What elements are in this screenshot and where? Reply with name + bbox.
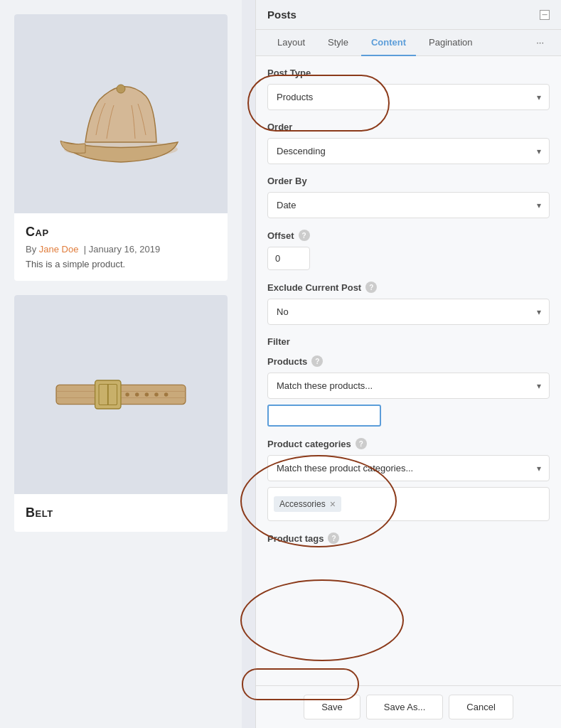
minimize-icon: ─: [542, 11, 547, 18]
order-label: Order: [267, 122, 550, 132]
tab-layout[interactable]: Layout: [267, 30, 315, 56]
offset-label: Offset ?: [267, 230, 550, 241]
product-tags-help-icon[interactable]: ?: [328, 532, 339, 544]
post-type-section: Post Type Products ▾: [267, 68, 550, 110]
svg-point-14: [164, 392, 168, 396]
accessories-tag-remove[interactable]: ×: [330, 499, 336, 509]
panel-tabs: Layout Style Content Pagination ···: [256, 30, 561, 56]
panel-title: Posts: [267, 9, 296, 21]
match-products-select-wrapper: Match these products... ▾: [267, 373, 550, 399]
svg-point-13: [154, 392, 158, 396]
accessories-tag: Accessories ×: [274, 496, 341, 512]
offset-input[interactable]: [267, 247, 310, 270]
filter-label: Filter: [267, 336, 550, 347]
svg-point-11: [135, 392, 139, 396]
order-by-label: Order By: [267, 176, 550, 186]
cap-author: Jane Doe: [39, 244, 79, 255]
belt-info: Belt: [14, 494, 228, 532]
match-products-select[interactable]: Match these products...: [267, 373, 550, 399]
offset-section: Offset ?: [267, 230, 550, 270]
save-button[interactable]: Save: [304, 695, 360, 719]
products-search-input[interactable]: [267, 405, 381, 427]
cap-image: [14, 14, 228, 213]
cap-description: This is a simple product.: [26, 259, 216, 269]
post-type-label: Post Type: [267, 68, 550, 78]
exclude-current-select[interactable]: No Yes: [267, 299, 550, 325]
filter-section: Filter Products ? Match these products..…: [267, 336, 550, 544]
tab-style[interactable]: Style: [318, 30, 358, 56]
minimize-button[interactable]: ─: [540, 10, 550, 20]
exclude-current-select-wrapper: No Yes ▾: [267, 299, 550, 325]
tab-content[interactable]: Content: [361, 30, 416, 56]
cap-title: Cap: [26, 225, 216, 240]
offset-help-icon[interactable]: ?: [299, 230, 310, 241]
match-categories-select-wrapper: Match these product categories... ▾: [267, 455, 550, 481]
order-section: Order Descending Ascending ▾: [267, 122, 550, 164]
svg-point-1: [117, 85, 125, 93]
products-filter-help-icon[interactable]: ?: [311, 355, 323, 367]
order-by-select-wrapper: Date Title Name ▾: [267, 192, 550, 218]
product-categories-help-icon[interactable]: ?: [356, 438, 367, 449]
cap-info: Cap By Jane Doe | January 16, 2019 This …: [14, 213, 228, 281]
panel-footer: Save Save As... Cancel: [256, 685, 561, 728]
accessories-tag-label: Accessories: [279, 499, 326, 509]
match-categories-select[interactable]: Match these product categories...: [267, 455, 550, 481]
save-as-button[interactable]: Save As...: [366, 695, 444, 719]
cancel-button[interactable]: Cancel: [449, 695, 513, 719]
products-filter-label: Products ?: [267, 355, 550, 367]
post-type-select-wrapper: Products ▾: [267, 84, 550, 110]
product-categories-section: Product categories ? Match these product…: [267, 438, 550, 521]
product-tags-label: Product tags ?: [267, 532, 550, 544]
tab-pagination[interactable]: Pagination: [419, 30, 482, 56]
exclude-current-help-icon[interactable]: ?: [365, 282, 377, 293]
order-select-wrapper: Descending Ascending ▾: [267, 138, 550, 164]
svg-point-10: [125, 392, 129, 396]
belt-title: Belt: [26, 505, 216, 520]
tab-more[interactable]: ···: [530, 30, 550, 55]
cap-date: January 16, 2019: [89, 244, 160, 255]
product-categories-label: Product categories ?: [267, 438, 550, 449]
exclude-current-section: Exclude Current Post ? No Yes ▾: [267, 282, 550, 325]
exclude-current-label: Exclude Current Post ?: [267, 282, 550, 293]
products-filter-section: Products ? Match these products... ▾: [267, 355, 550, 427]
posts-panel: Posts ─ Layout Style Content Pagination …: [255, 0, 561, 728]
product-tags-section: Product tags ?: [267, 532, 550, 544]
products-area: Cap By Jane Doe | January 16, 2019 This …: [0, 0, 242, 728]
order-by-select[interactable]: Date Title Name: [267, 192, 550, 218]
product-card-cap: Cap By Jane Doe | January 16, 2019 This …: [14, 14, 228, 281]
order-select[interactable]: Descending Ascending: [267, 138, 550, 164]
order-by-section: Order By Date Title Name ▾: [267, 176, 550, 218]
panel-body: Post Type Products ▾ Order Descending As…: [256, 56, 561, 685]
product-card-belt: Belt: [14, 295, 228, 532]
cap-meta: By Jane Doe | January 16, 2019: [26, 244, 216, 255]
svg-point-12: [145, 392, 149, 396]
post-type-select[interactable]: Products: [267, 84, 550, 110]
belt-image: [14, 295, 228, 494]
panel-header: Posts ─: [256, 0, 561, 30]
